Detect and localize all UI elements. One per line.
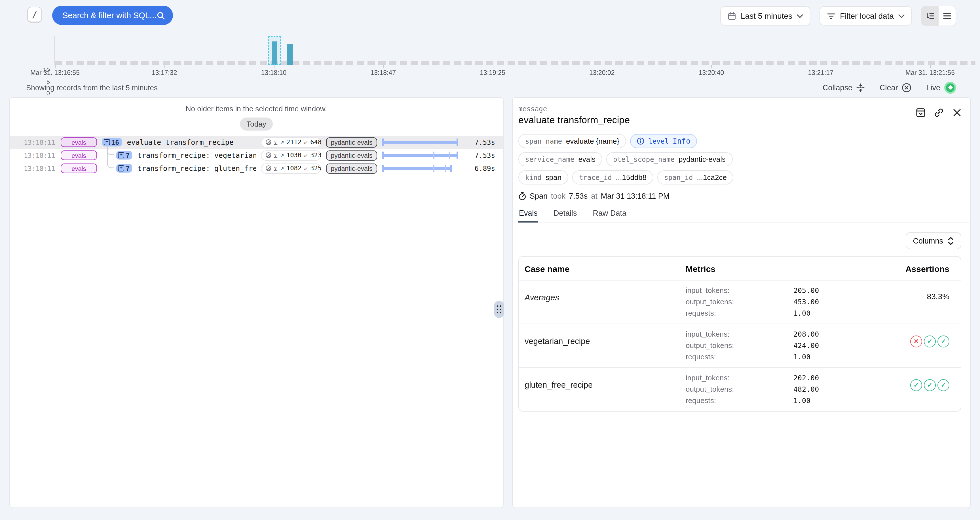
histogram-bar[interactable] xyxy=(287,44,292,65)
tree-connector xyxy=(107,145,114,168)
showing-records-label: Showing records from the last 5 minutes xyxy=(26,83,158,92)
sigma-icon: Σ xyxy=(274,139,278,146)
list-view-button[interactable] xyxy=(939,6,956,26)
otel-scope-tag[interactable]: pydantic-evals xyxy=(326,150,377,160)
close-panel-button[interactable] xyxy=(951,107,963,118)
assertion-pass-check-icon: ✓ xyxy=(924,379,936,391)
span-start-time: 13:18:11 xyxy=(24,138,56,146)
arrow-down-left-icon: ↙ xyxy=(304,152,308,158)
today-chip[interactable]: Today xyxy=(240,118,273,131)
chevron-up-down-icon xyxy=(948,236,954,245)
filter-button[interactable]: Filter local data xyxy=(819,6,912,26)
close-icon xyxy=(953,108,961,116)
attribute-pill[interactable]: service_name evals xyxy=(519,152,602,166)
detail-tabs: Evals Details Raw Data xyxy=(519,209,970,223)
sigma-icon: Σ xyxy=(274,165,278,172)
x-axis-tick-label: 13:21:17 xyxy=(808,69,834,76)
live-indicator-icon xyxy=(944,81,956,93)
metric-value: 208.00 xyxy=(794,329,853,340)
search-icon xyxy=(156,11,165,19)
tree-view-button[interactable] xyxy=(921,6,939,26)
evals-table-header: Case name Metrics Assertions xyxy=(519,257,961,281)
tab-details[interactable]: Details xyxy=(553,209,578,223)
collapse-label: Collapse xyxy=(822,83,853,92)
trace-row[interactable]: 13:18:11 evals + 7 transform_recipe: glu… xyxy=(10,162,503,175)
span-count: 7 xyxy=(126,165,130,172)
stopwatch-icon xyxy=(519,192,526,200)
token-metrics-pill[interactable]: Σ ↗ 1030 ↙ 323 xyxy=(261,150,321,160)
tokens-in: 1082 xyxy=(286,164,301,172)
x-axis-tick-mark xyxy=(493,65,493,68)
x-axis-tick-mark xyxy=(602,65,603,68)
histogram-plot-area[interactable] xyxy=(55,36,930,65)
attribute-pill[interactable]: kind span xyxy=(519,170,568,185)
token-coin-icon xyxy=(266,152,272,158)
dock-panel-button[interactable] xyxy=(915,107,926,118)
time-range-button[interactable]: Last 5 minutes xyxy=(720,6,810,26)
trace-row[interactable]: 13:18:11 evals − 16 evaluate transform_r… xyxy=(10,136,503,149)
span-count-badge[interactable]: + 7 xyxy=(116,164,132,172)
token-coin-icon xyxy=(266,165,272,171)
metric-value: 1.00 xyxy=(794,308,853,319)
app-root: / Search & filter with SQL... Last 5 min… xyxy=(0,0,980,520)
tab-raw-data[interactable]: Raw Data xyxy=(592,209,627,223)
trace-row[interactable]: 13:18:11 evals + 7 transform_recipe: veg… xyxy=(10,149,503,162)
token-metrics-pill[interactable]: Σ ↗ 1082 ↙ 325 xyxy=(261,163,321,174)
assertion-icons: ✓✓✓ xyxy=(853,379,950,391)
trace-list-panel: No older items in the selected time wind… xyxy=(9,97,504,508)
case-name: vegetarian_recipe xyxy=(525,329,686,346)
panel-resize-handle[interactable] xyxy=(494,301,504,318)
duration-bar-tick xyxy=(445,164,446,172)
attribute-pill[interactable]: span_name evaluate {name} xyxy=(519,134,626,148)
timeline-histogram[interactable]: 10 5 0 Mar 31. 13:16:5513:17:3213:18:101… xyxy=(0,32,980,73)
live-toggle[interactable]: Live xyxy=(926,81,956,93)
span-start-time: 13:18:11 xyxy=(24,164,56,172)
attribute-value: Info xyxy=(673,137,690,145)
service-badge[interactable]: evals xyxy=(61,163,97,173)
metric-value: 482.00 xyxy=(794,384,853,395)
expand-square-icon: + xyxy=(118,165,124,171)
arrow-up-right-icon: ↗ xyxy=(280,139,284,145)
attribute-pill[interactable]: trace_id ...15ddb8 xyxy=(572,170,653,185)
duration-label: 6.89s xyxy=(463,164,495,172)
otel-scope-tag[interactable]: pydantic-evals xyxy=(326,163,377,174)
copy-link-button[interactable] xyxy=(933,107,944,118)
metric-value: 202.00 xyxy=(794,372,853,384)
x-axis-tick-mark xyxy=(274,65,275,68)
tab-evals[interactable]: Evals xyxy=(519,209,538,223)
clear-circle-x-icon xyxy=(902,83,912,92)
service-badge[interactable]: evals xyxy=(61,137,97,147)
assertion-icons: ✕✓✓ xyxy=(853,335,950,348)
summary-duration: 7.53s xyxy=(569,192,587,200)
token-metrics-pill[interactable]: Σ ↗ 2112 ↙ 648 xyxy=(261,137,321,147)
attribute-pill[interactable]: span_id ...1ca2ce xyxy=(657,170,733,185)
clear-button[interactable]: Clear xyxy=(880,83,912,92)
metric-label: output_tokens: xyxy=(686,296,794,308)
span-duration-summary: Span took 7.53s at Mar 31 13:18:11 PM xyxy=(513,185,970,200)
duration-label: 7.53s xyxy=(463,151,495,159)
eval-case-row[interactable]: Averages input_tokens:205.00 output_toke… xyxy=(519,281,961,324)
columns-button[interactable]: Columns xyxy=(905,232,961,249)
arrow-down-left-icon: ↙ xyxy=(304,166,308,171)
assertion-pass-check-icon: ✓ xyxy=(924,335,936,348)
tokens-in: 1030 xyxy=(286,152,301,159)
attribute-key: level xyxy=(648,137,669,145)
level-pill[interactable]: level Info xyxy=(630,134,697,148)
span-name: evaluate transform_recipe xyxy=(127,138,234,147)
duration-bar-tick xyxy=(433,152,434,159)
eval-case-row[interactable]: vegetarian_recipe input_tokens:208.00 ou… xyxy=(519,324,961,368)
duration-label: 7.53s xyxy=(463,138,495,146)
search-button[interactable]: Search & filter with SQL... xyxy=(52,6,173,25)
span-start-time: 13:18:11 xyxy=(24,151,56,159)
span-count-badge[interactable]: + 7 xyxy=(116,151,132,160)
info-icon xyxy=(637,137,644,145)
service-badge[interactable]: evals xyxy=(61,150,97,160)
case-name: Averages xyxy=(525,285,686,302)
x-axis-tick-mark xyxy=(821,65,821,68)
attribute-key: span_id xyxy=(664,174,693,181)
eval-case-row[interactable]: gluten_free_recipe input_tokens:202.00 o… xyxy=(519,368,961,411)
histogram-selection-box[interactable] xyxy=(269,36,281,65)
collapse-button[interactable]: Collapse xyxy=(822,83,865,92)
otel-scope-tag[interactable]: pydantic-evals xyxy=(326,137,377,147)
attribute-pill[interactable]: otel_scope_name pydantic-evals xyxy=(606,152,732,166)
